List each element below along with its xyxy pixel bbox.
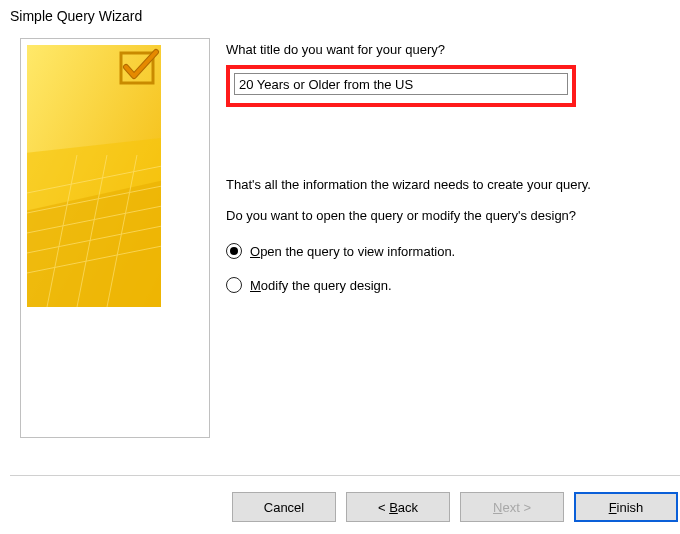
wizard-illustration <box>20 38 210 438</box>
cancel-button-label: Cancel <box>264 500 304 515</box>
simple-query-wizard-dialog: Simple Query Wizard <box>0 0 680 534</box>
wizard-button-row: Cancel < Back Next > Finish <box>0 492 680 522</box>
next-button-label: Next > <box>493 500 531 515</box>
next-button: Next > <box>460 492 564 522</box>
back-button-label: < Back <box>378 500 418 515</box>
title-prompt-label: What title do you want for your query? <box>226 42 660 57</box>
dialog-title: Simple Query Wizard <box>0 0 680 38</box>
radio-unselected-icon <box>226 277 242 293</box>
content-area: What title do you want for your query? T… <box>0 38 680 448</box>
wizard-image-panel <box>10 38 218 448</box>
radio-open-label: Open the query to view information. <box>250 244 455 259</box>
finish-button[interactable]: Finish <box>574 492 678 522</box>
open-or-modify-prompt: Do you want to open the query or modify … <box>226 208 656 223</box>
wizard-complete-text: That's all the information the wizard ne… <box>226 177 636 192</box>
cancel-button[interactable]: Cancel <box>232 492 336 522</box>
checkmark-illustration-icon <box>27 45 161 307</box>
query-title-input[interactable] <box>234 73 568 95</box>
radio-selected-icon <box>226 243 242 259</box>
separator-line <box>10 475 680 476</box>
back-button[interactable]: < Back <box>346 492 450 522</box>
title-input-highlight <box>226 65 576 107</box>
radio-modify-design[interactable]: Modify the query design. <box>226 277 660 293</box>
radio-modify-label: Modify the query design. <box>250 278 392 293</box>
radio-open-query[interactable]: Open the query to view information. <box>226 243 660 259</box>
wizard-right-panel: What title do you want for your query? T… <box>218 38 680 448</box>
finish-button-label: Finish <box>609 500 644 515</box>
